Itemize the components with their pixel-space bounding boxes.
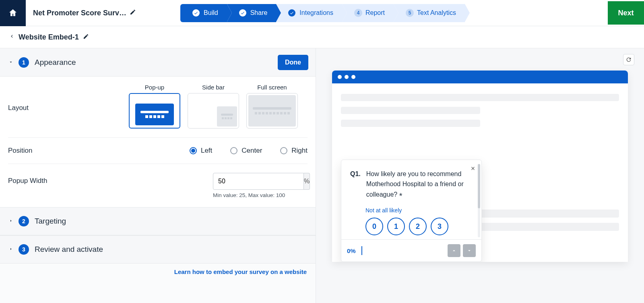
page-body	[332, 83, 628, 137]
step-label: Report	[365, 9, 385, 17]
close-icon	[470, 166, 476, 171]
chevron-left-icon	[9, 33, 14, 39]
placeholder-line	[341, 120, 480, 127]
width-label: Popup Width	[8, 173, 129, 185]
home-icon	[8, 8, 18, 18]
chevron-up-icon	[451, 248, 457, 253]
step-report[interactable]: 4 Report	[342, 4, 394, 22]
chevron-down-icon	[466, 248, 472, 253]
popup-width-unit: %	[304, 173, 310, 190]
progress-percent: 0%	[347, 247, 356, 254]
layout-row: Layout Pop-up Side bar	[8, 77, 308, 138]
position-radio-center[interactable]: Center	[230, 147, 262, 155]
layout-option-fullscreen[interactable]	[246, 93, 298, 129]
refresh-icon	[625, 56, 632, 63]
section-targeting-header[interactable]: 2 Targeting	[0, 207, 316, 235]
radio-label: Left	[201, 147, 212, 155]
radio-label: Center	[242, 147, 262, 155]
next-button[interactable]: Next	[608, 1, 644, 25]
chevron-right-icon	[7, 246, 14, 253]
section-label: Targeting	[35, 217, 66, 226]
scale-low-label: Not at all likely	[365, 207, 473, 214]
step-text-analytics[interactable]: 5 Text Analytics	[394, 4, 465, 22]
breadcrumb: Website Embed-1	[0, 26, 644, 48]
step-integrations[interactable]: Integrations	[276, 4, 342, 22]
nps-option-0[interactable]: 0	[365, 218, 383, 235]
section-number: 3	[19, 244, 29, 255]
home-button[interactable]	[0, 0, 26, 26]
question-number: Q1.	[350, 169, 361, 202]
step-label: Build	[204, 9, 218, 17]
layout-label: Layout	[8, 84, 129, 112]
step-label: Integrations	[299, 9, 333, 17]
position-row: Position Left Center Right	[8, 138, 308, 164]
learn-link[interactable]: Learn how to embed your survey on a webs…	[174, 268, 307, 275]
check-icon	[288, 9, 295, 17]
radio-label: Right	[291, 147, 308, 155]
position-radio-left[interactable]: Left	[190, 147, 212, 155]
pencil-icon[interactable]	[130, 9, 136, 17]
learn-link-wrap: Learn how to embed your survey on a webs…	[0, 264, 316, 284]
stepper: Build Share Integrations 4 Report 5 Text…	[180, 4, 465, 22]
step-build[interactable]: Build	[180, 4, 227, 22]
pencil-icon[interactable]	[83, 33, 89, 41]
preview-panel: Q1. How likely are you to recommend Moth…	[316, 48, 644, 303]
section-appearance-header[interactable]: 1 Appearance Done	[0, 48, 316, 77]
section-label: Appearance	[35, 58, 76, 67]
step-label: Text Analytics	[417, 9, 456, 17]
question-text: How likely are you to recommend Motherho…	[366, 169, 473, 202]
close-button[interactable]	[469, 164, 477, 173]
browser-preview: Q1. How likely are you to recommend Moth…	[332, 71, 628, 262]
top-bar: Net Promoter Score Surv… Build Share Int…	[0, 0, 644, 26]
width-row: Popup Width % Min value: 25, Max value: …	[8, 164, 308, 207]
section-review-header[interactable]: 3 Review and activate	[0, 235, 316, 264]
section-number: 1	[19, 57, 29, 68]
breadcrumb-title: Website Embed-1	[19, 33, 79, 42]
placeholder-line	[341, 94, 619, 101]
layout-option-sidebar[interactable]	[188, 93, 239, 129]
popup-width-input[interactable]	[213, 173, 304, 190]
nps-scale: 0 1 2 3	[365, 218, 473, 235]
position-label: Position	[8, 147, 129, 155]
next-question-button[interactable]	[463, 244, 476, 257]
section-label: Review and activate	[35, 245, 103, 254]
popup-footer: 0%	[341, 239, 481, 261]
nps-option-1[interactable]: 1	[387, 218, 405, 235]
popup-width-hint: Min value: 25, Max value: 100	[213, 192, 285, 198]
nps-option-3[interactable]: 3	[431, 218, 448, 235]
survey-popup: Q1. How likely are you to recommend Moth…	[341, 160, 482, 262]
layout-option-popup[interactable]	[129, 93, 180, 129]
done-button[interactable]: Done	[278, 55, 308, 70]
nps-option-2[interactable]: 2	[409, 218, 427, 235]
position-radio-right[interactable]: Right	[280, 147, 308, 155]
survey-name-text: Net Promoter Score Surv…	[33, 9, 126, 17]
step-share[interactable]: Share	[227, 4, 277, 22]
section-appearance-body: Layout Pop-up Side bar	[0, 77, 316, 207]
survey-name[interactable]: Net Promoter Score Surv…	[33, 9, 136, 17]
step-number: 5	[406, 9, 414, 17]
step-label: Share	[250, 9, 268, 17]
layout-option-label: Pop-up	[145, 84, 164, 91]
progress-cursor	[361, 246, 362, 255]
check-icon	[192, 9, 200, 17]
step-number: 4	[354, 9, 362, 17]
browser-bar	[332, 71, 628, 83]
section-number: 2	[19, 216, 29, 226]
back-button[interactable]	[9, 33, 14, 41]
position-radio-group: Left Center Right	[190, 147, 308, 155]
layout-options: Pop-up Side bar Full screen	[129, 84, 298, 129]
prev-question-button[interactable]	[448, 244, 460, 257]
refresh-button[interactable]	[623, 54, 634, 65]
chevron-right-icon	[7, 218, 14, 225]
chevron-down-icon	[7, 59, 14, 66]
layout-option-label: Side bar	[202, 84, 225, 91]
settings-panel: 1 Appearance Done Layout Pop-up Side bar	[0, 48, 316, 303]
layout-option-label: Full screen	[257, 84, 287, 91]
placeholder-line	[341, 107, 480, 114]
check-icon	[239, 9, 246, 17]
